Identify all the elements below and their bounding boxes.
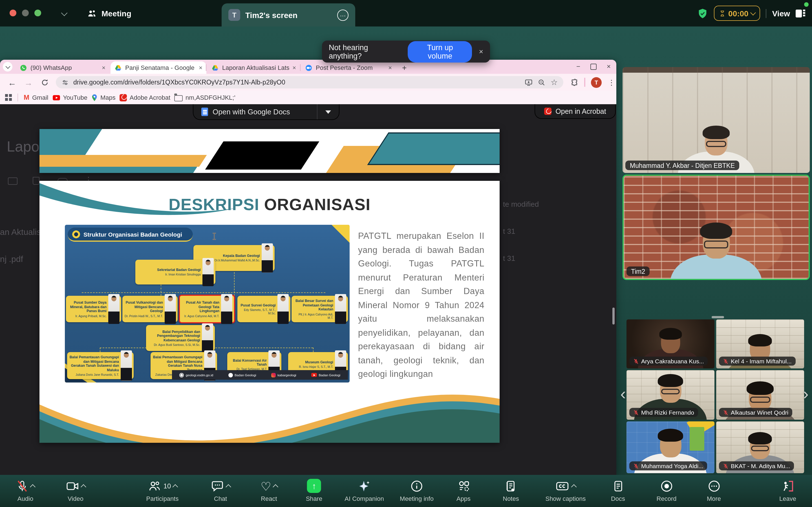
turn-up-volume-button[interactable]: Turn up volume (408, 41, 472, 62)
camera-icon (66, 480, 79, 493)
site-settings-icon[interactable] (61, 78, 69, 86)
close-icon[interactable]: × (199, 64, 202, 71)
slide-paragraph: PATGTL merupakan Eselon II yang berada d… (358, 229, 485, 381)
tab-tims-screen[interactable]: T Tim2's screen … (221, 3, 355, 26)
chrome-minimize-button[interactable]: − (576, 62, 580, 70)
record-icon (660, 480, 673, 493)
security-shield-icon[interactable] (697, 8, 708, 19)
window-zoom-button[interactable] (35, 10, 41, 16)
dropdown-arrow-icon[interactable] (325, 110, 331, 114)
react-button[interactable]: ♡ React (260, 480, 277, 502)
muted-mic-icon (633, 463, 639, 469)
browser-tab-drive-active[interactable]: Panji Senatama - Google Drive × (110, 61, 206, 74)
install-app-icon[interactable] (525, 78, 533, 87)
video-tile-tim2-active-speaker[interactable]: Tim2 (622, 175, 810, 280)
back-icon[interactable]: ← (8, 77, 16, 87)
window-close-button[interactable] (10, 10, 16, 16)
close-icon[interactable]: × (479, 47, 483, 56)
heart-icon: ♡ (260, 481, 271, 493)
participant-name-tag: Alkautsar Winet Qodri (719, 408, 792, 417)
video-tile-kel4[interactable]: Kel 4 - Imam Miftahul... (716, 320, 804, 369)
video-tile-alkautsar[interactable]: Alkautsar Winet Qodri (716, 370, 804, 420)
open-in-acrobat-button[interactable]: Open in Acrobat (535, 104, 616, 119)
audio-toast: Not hearing anything? Turn up volume × (322, 41, 490, 62)
chevron-up-icon[interactable] (273, 484, 278, 490)
browser-tab-whatsapp[interactable]: (90) WhatsApp × (16, 61, 109, 74)
address-bar[interactable]: drive.google.com/drive/folders/1QXbcsYC0… (56, 76, 563, 89)
tab-title: Panji Senatama - Google Drive (125, 64, 195, 71)
docs-button[interactable]: Docs (611, 480, 625, 502)
view-layout-icon[interactable] (796, 9, 805, 17)
view-button-label[interactable]: View (772, 9, 790, 18)
chevron-up-icon[interactable] (30, 484, 36, 490)
notes-button[interactable]: Notes (503, 480, 519, 502)
video-tile-rizki[interactable]: Mhd Rizki Fernando (626, 370, 714, 420)
chrome-maximize-button[interactable] (591, 63, 597, 69)
chrome-menu-icon[interactable]: ⋮ (608, 78, 615, 87)
chevron-up-icon[interactable] (571, 484, 577, 490)
google-drive-icon (211, 64, 219, 71)
next-page-chevron-icon[interactable]: › (803, 385, 809, 402)
video-tile-arya[interactable]: Arya Cakrabuana Kus... (626, 320, 714, 369)
video-tile-bkat[interactable]: BKAT - M. Aditya Mu... (716, 421, 804, 473)
bookmark-folder[interactable]: nm,ASDFGHJKL;' (174, 94, 236, 101)
browser-tab-laporan[interactable]: Laporan Aktualisasi Latsar CPN × (207, 61, 300, 74)
maps-pin-icon (91, 94, 98, 101)
video-tile-akbar[interactable]: Muhammad Y. Akbar - Ditjen EBTKE (622, 67, 810, 173)
titlebar-right: 00:00 View (697, 0, 805, 26)
close-icon[interactable]: × (388, 64, 392, 71)
meeting-timer[interactable]: 00:00 (714, 6, 760, 21)
window-minimize-button[interactable] (22, 10, 29, 16)
previous-page-chevron-icon[interactable]: ‹ (620, 385, 626, 402)
reload-icon[interactable] (41, 78, 49, 87)
video-tile-yoga[interactable]: Muhammad Yoga Aldi... (626, 421, 714, 473)
bookmark-gmail[interactable]: MGmail (24, 94, 48, 101)
bookmark-star-icon[interactable]: ☆ (551, 78, 558, 87)
screen-share-avatar: T (229, 9, 240, 21)
connector-line (82, 292, 325, 293)
muted-mic-icon (633, 409, 639, 415)
open-with-google-docs-button[interactable]: Open with Google Docs (193, 104, 340, 120)
connector-line (313, 348, 313, 352)
chevron-up-icon[interactable] (225, 484, 231, 490)
bookmark-youtube[interactable]: YouTube (52, 94, 87, 101)
record-button[interactable]: Record (657, 480, 677, 502)
bookmark-acrobat[interactable]: Adobe Acrobat (119, 94, 170, 101)
apps-button[interactable]: Apps (456, 480, 470, 502)
extensions-puzzle-icon[interactable] (570, 78, 578, 87)
chat-button[interactable]: Chat (211, 480, 231, 502)
tab-title: Laporan Aktualisasi Latsar CPN (222, 64, 289, 71)
muted-mic-icon (723, 409, 728, 415)
leave-button[interactable]: Leave (779, 480, 796, 502)
new-tab-button[interactable]: + (398, 61, 412, 74)
chevron-up-icon[interactable] (81, 484, 86, 490)
youtube-icon (52, 94, 60, 101)
zoom-out-page-icon[interactable] (538, 78, 546, 87)
chrome-close-button[interactable]: × (607, 62, 611, 70)
scrollbar-thumb[interactable] (612, 307, 615, 325)
url-text[interactable]: drive.google.com/drive/folders/1QXbcsYC0… (73, 79, 520, 86)
profile-avatar[interactable]: T (591, 77, 602, 88)
ai-companion-button[interactable]: AI Companion (345, 480, 384, 502)
tab-options-icon[interactable]: … (337, 9, 349, 20)
meeting-info-button[interactable]: Meeting info (400, 480, 434, 502)
chevron-down-icon[interactable] (61, 10, 68, 16)
timer-value: 00:00 (728, 9, 749, 18)
apps-grid-icon[interactable] (5, 94, 12, 101)
participants-button[interactable]: 10 Participants (146, 480, 179, 502)
close-icon[interactable]: × (292, 64, 296, 71)
tab-meeting[interactable]: Meeting (87, 0, 132, 26)
tab-search-icon[interactable] (3, 62, 12, 71)
video-button[interactable]: Video (66, 480, 86, 502)
more-button[interactable]: More (707, 480, 721, 502)
show-captions-button[interactable]: Show captions (545, 480, 586, 502)
audio-button[interactable]: Audio (16, 480, 35, 502)
chevron-up-icon[interactable] (172, 484, 178, 490)
browser-tab-zoom[interactable]: Post Peserta - Zoom × (301, 61, 396, 74)
close-icon[interactable]: × (102, 64, 105, 71)
forward-icon[interactable]: → (24, 77, 33, 87)
bookmark-maps[interactable]: Maps (91, 94, 116, 101)
slide-decoration (205, 142, 319, 170)
panel-drag-handle[interactable] (712, 316, 724, 318)
share-button[interactable]: ↑ Share (306, 480, 322, 502)
